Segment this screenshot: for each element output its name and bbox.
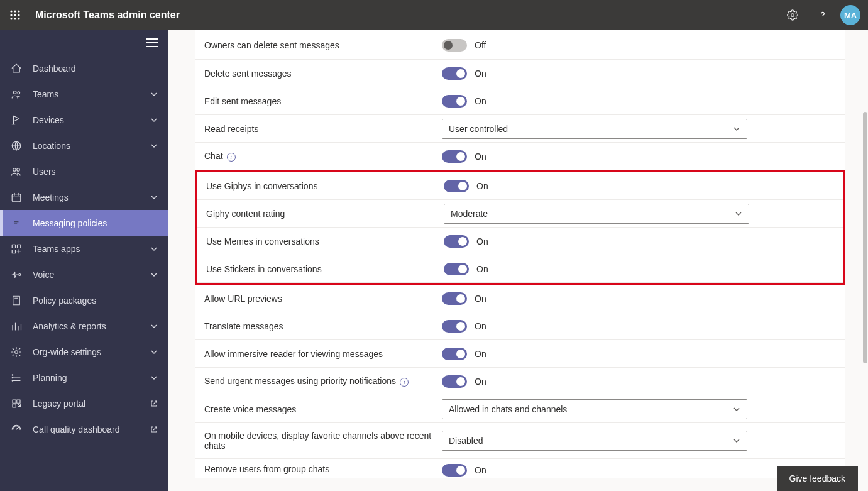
toggle[interactable] [442, 348, 467, 360]
toggle-state-text: On [476, 181, 488, 191]
info-icon[interactable]: i [400, 378, 409, 387]
svg-rect-22 [12, 250, 15, 253]
scrollbar-thumb[interactable] [863, 112, 867, 363]
sidebar-item-label: Call quality dashboard [33, 424, 146, 434]
toggle[interactable] [442, 39, 467, 52]
toggle-state-text: On [476, 236, 488, 246]
setting-label: Create voice messages [204, 404, 442, 414]
setting-label: Chati [204, 151, 442, 161]
sidebar-item-policy-packages[interactable]: Policy packages [0, 287, 168, 313]
select-dropdown[interactable]: User controlled [442, 119, 747, 139]
app-launcher-button[interactable] [0, 0, 30, 30]
toggle[interactable] [442, 95, 467, 108]
svg-rect-24 [13, 296, 20, 305]
package-icon [10, 294, 23, 307]
sidebar-item-label: Org-wide settings [33, 347, 150, 357]
toggle-state-text: On [475, 294, 486, 304]
svg-point-28 [12, 380, 13, 381]
sidebar-item-messaging-policies[interactable]: Messaging policies [0, 210, 168, 236]
toggle-state-text: On [475, 96, 486, 106]
svg-point-14 [14, 91, 17, 94]
main-content: Owners can delete sent messagesOffDelete… [168, 30, 868, 491]
setting-control: On [442, 95, 837, 108]
sidebar-item-org-wide-settings[interactable]: Org-wide settings [0, 339, 168, 365]
toggle-state-text: On [476, 264, 488, 274]
sidebar-item-analytics-reports[interactable]: Analytics & reports [0, 313, 168, 339]
avatar[interactable]: MA [840, 5, 860, 25]
svg-point-17 [13, 168, 16, 171]
highlighted-settings-group: Use Giphys in conversationsOnGiphy conte… [195, 170, 845, 285]
toggle[interactable] [442, 67, 467, 80]
setting-label: Remove users from group chats [204, 464, 442, 474]
setting-row: Allow URL previewsOn [195, 285, 845, 312]
svg-rect-13 [146, 46, 158, 47]
sidebar-item-devices[interactable]: Devices [0, 107, 168, 133]
sidebar-item-meetings[interactable]: Meetings [0, 184, 168, 210]
apps-icon [10, 243, 23, 255]
sidebar-item-dashboard[interactable]: Dashboard [0, 55, 168, 81]
toggle[interactable] [442, 292, 467, 305]
sidebar-item-teams[interactable]: Teams [0, 81, 168, 107]
setting-row: On mobile devices, display favorite chan… [195, 423, 845, 459]
select-dropdown[interactable]: Allowed in chats and channels [442, 399, 747, 419]
info-icon[interactable]: i [227, 153, 236, 162]
sidebar-item-teams-apps[interactable]: Teams apps [0, 236, 168, 262]
svg-point-8 [18, 18, 19, 19]
sidebar-item-legacy-portal[interactable]: Legacy portal [0, 390, 168, 416]
chevron-down-icon [150, 194, 158, 201]
sidebar-item-call-quality-dashboard[interactable]: Call quality dashboard [0, 416, 168, 442]
chevron-down-icon [735, 210, 742, 218]
toggle[interactable] [442, 375, 467, 388]
setting-label: Use Stickers in conversations [206, 264, 444, 274]
setting-row: Use Giphys in conversationsOn [197, 172, 843, 200]
sidebar-item-label: Dashboard [33, 63, 158, 74]
chevron-down-icon [150, 142, 158, 150]
setting-label: Delete sent messages [204, 69, 442, 79]
toggle[interactable] [444, 235, 469, 248]
svg-rect-20 [12, 245, 15, 248]
setting-label: Allow immersive reader for viewing messa… [204, 349, 442, 359]
select-dropdown[interactable]: Disabled [442, 431, 747, 451]
toggle[interactable] [444, 180, 469, 192]
setting-row: Create voice messagesAllowed in chats an… [195, 395, 845, 423]
toggle-state-text: On [475, 465, 486, 475]
svg-rect-19 [12, 194, 21, 201]
help-button[interactable] [808, 0, 838, 30]
sidebar-item-voice[interactable]: Voice [0, 262, 168, 287]
setting-control: On [442, 150, 837, 163]
svg-point-0 [10, 10, 12, 12]
svg-point-1 [14, 10, 16, 12]
toggle[interactable] [442, 320, 467, 333]
toggle[interactable] [444, 263, 469, 275]
help-icon [817, 9, 828, 21]
sidebar-item-locations[interactable]: Locations [0, 133, 168, 158]
external-link-icon [150, 426, 158, 433]
chevron-down-icon [150, 116, 158, 124]
planning-icon [10, 372, 23, 384]
setting-row: Owners can delete sent messagesOff [195, 30, 845, 60]
speed-icon [10, 423, 23, 436]
chevron-down-icon [733, 405, 740, 413]
setting-label: Send urgent messages using priority noti… [204, 376, 442, 386]
setting-label: Giphy content rating [206, 209, 444, 219]
collapse-sidebar-button[interactable] [146, 38, 158, 47]
chevron-down-icon [150, 245, 158, 253]
teams-icon [10, 88, 23, 101]
setting-control: On [442, 348, 837, 360]
sidebar-item-planning[interactable]: Planning [0, 365, 168, 390]
sidebar-item-label: Analytics & reports [33, 321, 150, 331]
select-dropdown[interactable]: Moderate [444, 204, 749, 224]
settings-button[interactable] [777, 0, 808, 30]
setting-row: ChatiOn [195, 143, 845, 170]
sidebar-item-users[interactable]: Users [0, 158, 168, 184]
setting-row: Send urgent messages using priority noti… [195, 368, 845, 395]
svg-point-18 [17, 168, 20, 171]
toggle[interactable] [442, 150, 467, 163]
setting-label: On mobile devices, display favorite chan… [204, 431, 442, 451]
setting-control: User controlled [442, 119, 837, 139]
give-feedback-button[interactable]: Give feedback [777, 466, 859, 491]
toggle[interactable] [442, 464, 467, 477]
setting-label: Use Memes in conversations [206, 236, 444, 246]
app-title: Microsoft Teams admin center [30, 9, 180, 21]
scrollbar[interactable] [860, 30, 868, 491]
